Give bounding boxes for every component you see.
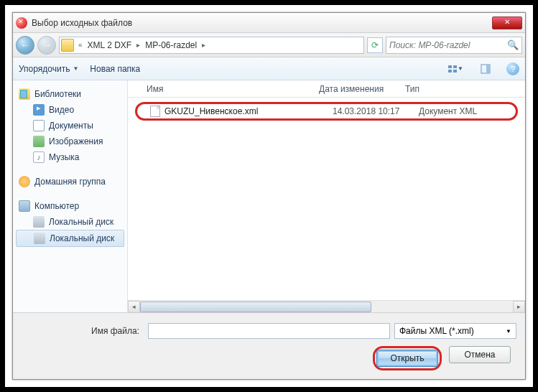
open-button[interactable]: Открыть bbox=[376, 350, 438, 367]
breadcrumb[interactable]: « XML 2 DXF ▸ MP-06-razdel ▸ bbox=[59, 37, 364, 54]
file-icon bbox=[150, 106, 160, 117]
file-date: 14.03.2018 10:17 bbox=[333, 106, 419, 116]
chevron-down-icon: ▼ bbox=[73, 65, 78, 72]
col-date[interactable]: Дата изменения bbox=[313, 84, 399, 94]
column-headers[interactable]: Имя Дата изменения Тип bbox=[128, 80, 525, 98]
chevron-down-icon: ▼ bbox=[458, 65, 463, 72]
tree-video[interactable]: Видео bbox=[13, 102, 127, 118]
music-icon: ♪ bbox=[33, 151, 45, 163]
file-name: GKUZU_Нивенское.xml bbox=[164, 106, 333, 116]
breadcrumb-item[interactable]: MP-06-razdel bbox=[143, 40, 199, 50]
col-type[interactable]: Тип bbox=[399, 84, 525, 94]
computer-icon bbox=[19, 200, 30, 212]
file-open-dialog: Выбор исходных файлов ✕ ← → « XML 2 DXF … bbox=[12, 12, 526, 380]
footer: Имя файла: Файлы XML (*.xml) ▼ Открыть О… bbox=[13, 313, 525, 379]
svg-rect-2 bbox=[448, 70, 452, 73]
svg-rect-1 bbox=[453, 65, 457, 68]
breadcrumb-item[interactable]: XML 2 DXF bbox=[85, 40, 134, 50]
file-row[interactable]: GKUZU_Нивенское.xml 14.03.2018 10:17 Док… bbox=[135, 102, 518, 121]
folder-icon bbox=[61, 39, 74, 52]
file-list[interactable]: GKUZU_Нивенское.xml 14.03.2018 10:17 Док… bbox=[128, 98, 525, 300]
file-type: Документ XML bbox=[419, 106, 477, 116]
tree-disk-selected[interactable]: Локальный диск bbox=[16, 230, 124, 247]
chevron-down-icon: ▼ bbox=[506, 328, 511, 335]
search-icon: 🔍 bbox=[507, 39, 519, 50]
chevron-right-icon: ▸ bbox=[200, 41, 207, 49]
app-icon bbox=[16, 17, 27, 29]
nav-tree[interactable]: Библиотеки Видео Документы Изображения ♪… bbox=[13, 80, 128, 312]
svg-rect-3 bbox=[453, 70, 457, 73]
view-options-button[interactable]: ▼ bbox=[446, 61, 465, 77]
titlebar: Выбор исходных файлов ✕ bbox=[13, 13, 525, 33]
chevron-right-icon: ▸ bbox=[135, 41, 142, 49]
filter-label: Файлы XML (*.xml) bbox=[399, 326, 474, 336]
scroll-left-icon[interactable]: ◂ bbox=[128, 301, 140, 313]
forward-button[interactable]: → bbox=[37, 36, 56, 55]
file-pane: Имя Дата изменения Тип GKUZU_Нивенское.x… bbox=[128, 80, 525, 312]
close-button[interactable]: ✕ bbox=[492, 17, 522, 29]
content-area: Библиотеки Видео Документы Изображения ♪… bbox=[13, 80, 525, 313]
image-icon bbox=[33, 136, 45, 147]
organize-label: Упорядочить bbox=[19, 64, 70, 74]
cancel-button[interactable]: Отмена bbox=[449, 346, 511, 363]
organize-menu[interactable]: Упорядочить ▼ bbox=[19, 64, 78, 74]
libraries-icon bbox=[19, 88, 30, 100]
tree-libraries[interactable]: Библиотеки bbox=[13, 86, 127, 102]
svg-rect-5 bbox=[486, 65, 490, 73]
disk-icon bbox=[34, 233, 45, 244]
disk-icon bbox=[33, 216, 45, 228]
tree-disk[interactable]: Локальный диск bbox=[13, 214, 127, 230]
navbar: ← → « XML 2 DXF ▸ MP-06-razdel ▸ ⟳ 🔍 bbox=[13, 33, 525, 57]
filename-input[interactable] bbox=[148, 323, 390, 339]
back-button[interactable]: ← bbox=[16, 36, 34, 55]
video-icon bbox=[33, 104, 45, 116]
svg-rect-0 bbox=[448, 65, 452, 68]
tree-computer[interactable]: Компьютер bbox=[13, 198, 127, 214]
homegroup-icon bbox=[19, 176, 30, 187]
toolbar: Упорядочить ▼ Новая папка ▼ ? bbox=[13, 57, 525, 80]
preview-pane-button[interactable] bbox=[476, 61, 495, 77]
scroll-right-icon[interactable]: ▸ bbox=[513, 301, 525, 313]
tree-music[interactable]: ♪Музыка bbox=[13, 149, 127, 165]
open-highlight: Открыть bbox=[373, 346, 442, 370]
help-button[interactable]: ? bbox=[506, 62, 519, 75]
tree-homegroup[interactable]: Домашняя группа bbox=[13, 174, 127, 190]
filetype-filter[interactable]: Файлы XML (*.xml) ▼ bbox=[394, 323, 516, 339]
new-folder-button[interactable]: Новая папка bbox=[90, 64, 140, 74]
search-box[interactable]: 🔍 bbox=[386, 37, 522, 54]
scroll-track[interactable] bbox=[140, 302, 513, 312]
search-input[interactable] bbox=[389, 40, 507, 50]
tree-images[interactable]: Изображения bbox=[13, 134, 127, 149]
window-title: Выбор исходных файлов bbox=[32, 18, 492, 28]
document-icon bbox=[33, 120, 45, 131]
filename-label: Имя файла: bbox=[22, 326, 144, 336]
tree-documents[interactable]: Документы bbox=[13, 118, 127, 134]
scroll-thumb[interactable] bbox=[140, 302, 371, 312]
chevron-left-icon: « bbox=[77, 41, 84, 49]
horizontal-scrollbar[interactable]: ◂ ▸ bbox=[128, 300, 525, 312]
col-name[interactable]: Имя bbox=[141, 84, 313, 94]
refresh-button[interactable]: ⟳ bbox=[367, 37, 383, 53]
